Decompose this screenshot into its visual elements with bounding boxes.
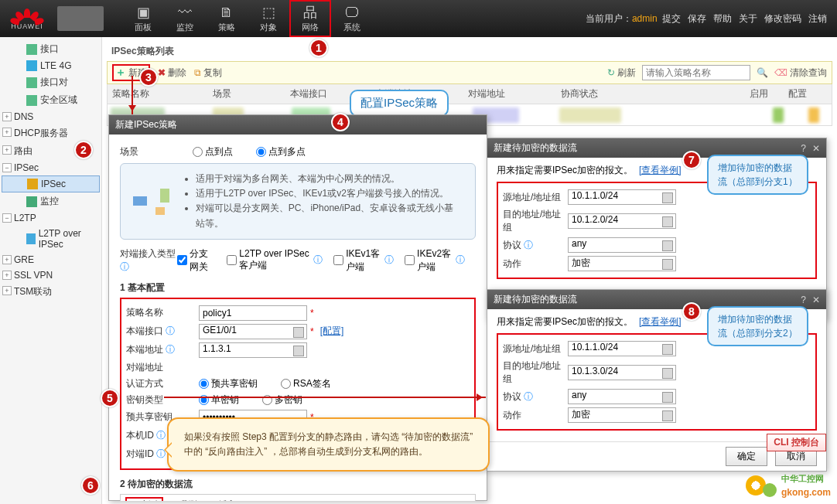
close-icon[interactable]: ✕ bbox=[812, 143, 820, 154]
sidebar-item-10[interactable]: −L2TP bbox=[0, 210, 101, 226]
search-input[interactable] bbox=[642, 65, 750, 80]
btn-refresh[interactable]: ↻刷新 bbox=[607, 66, 636, 80]
plus-icon: ＋ bbox=[128, 499, 139, 501]
radio-single[interactable]: 单密钥 bbox=[199, 393, 239, 407]
help-icon[interactable]: ? bbox=[801, 143, 806, 154]
flow-btn-insert[interactable]: ▤插入 bbox=[207, 499, 237, 501]
col-scene[interactable]: 场景 bbox=[213, 87, 290, 100]
sidebar-item-label: IPSec bbox=[41, 179, 66, 189]
sidebar-item-7[interactable]: −IPSec bbox=[0, 160, 101, 175]
product-label-blur bbox=[57, 6, 104, 31]
marker-8: 8 bbox=[682, 302, 701, 321]
cb-ikev2[interactable]: IKEv2客户端 ⓘ bbox=[405, 247, 465, 274]
btn-clear[interactable]: ⌫清除查询 bbox=[774, 66, 827, 80]
expand-icon[interactable]: − bbox=[2, 213, 12, 223]
btn-delete[interactable]: ✖删除 bbox=[158, 66, 186, 80]
select-proto-2[interactable]: any bbox=[568, 389, 676, 404]
expand-icon[interactable]: + bbox=[2, 286, 12, 295]
link-configure[interactable]: [配置] bbox=[320, 325, 344, 338]
col-peeraddr[interactable]: 对端地址 bbox=[468, 87, 561, 100]
nav-dashboard[interactable]: ▣面板 bbox=[122, 0, 164, 37]
expand-icon[interactable]: − bbox=[2, 163, 12, 172]
link-example[interactable]: [查看举例] bbox=[639, 165, 682, 175]
radio-p2p[interactable]: 点到点 bbox=[193, 145, 233, 158]
cli-console-button[interactable]: CLI 控制台 bbox=[767, 434, 826, 451]
select-localif[interactable]: GE1/0/1 bbox=[199, 324, 307, 339]
col-name[interactable]: 策略名称 bbox=[112, 87, 213, 100]
nav-monitor[interactable]: 〰监控 bbox=[164, 0, 206, 37]
marker-2: 2 bbox=[74, 141, 93, 159]
sidebar-item-11[interactable]: L2TP over IPSec bbox=[0, 226, 101, 252]
sidebar-item-5[interactable]: +DHCP服务器 bbox=[0, 124, 101, 142]
link-help[interactable]: 帮助 bbox=[713, 13, 732, 24]
link-chpwd[interactable]: 修改密码 bbox=[764, 13, 801, 24]
link-about[interactable]: 关于 bbox=[739, 13, 757, 24]
sidebar-item-3[interactable]: 安全区域 bbox=[0, 91, 101, 109]
link-save[interactable]: 保存 bbox=[688, 13, 706, 24]
select-dst-2[interactable]: 10.1.3.0/24 bbox=[568, 365, 676, 380]
section-basic: 1 基本配置 bbox=[120, 281, 476, 295]
radio-rsa[interactable]: RSA签名 bbox=[281, 377, 331, 390]
expand-icon[interactable]: + bbox=[2, 128, 12, 137]
radio-psk[interactable]: 预共享密钥 bbox=[199, 377, 258, 390]
nav-object[interactable]: ⬚对象 bbox=[248, 0, 289, 37]
label-dst: 目的地址/地址组 bbox=[503, 359, 568, 386]
select-action-1[interactable]: 加密 bbox=[568, 256, 676, 271]
sidebar-item-9[interactable]: 监控 bbox=[0, 192, 101, 210]
search-icon[interactable]: 🔍 bbox=[757, 67, 768, 78]
arrow-5-right bbox=[164, 397, 486, 398]
top-bar: HUAWEI ▣面板 〰监控 🗎策略 ⬚对象 品网络 🖵系统 当前用户：admi… bbox=[0, 0, 837, 37]
marker-5: 5 bbox=[101, 389, 119, 407]
expand-icon[interactable]: + bbox=[2, 145, 12, 155]
sidebar-item-4[interactable]: +DNS bbox=[0, 109, 101, 124]
label-scenario: 场景 bbox=[120, 145, 193, 158]
expand-icon[interactable]: + bbox=[2, 271, 12, 280]
sidebar-item-13[interactable]: +SSL VPN bbox=[0, 267, 101, 283]
link-logout[interactable]: 注销 bbox=[808, 13, 827, 24]
select-localaddr[interactable]: 1.1.3.1 bbox=[199, 342, 307, 358]
col-cfg[interactable]: 配置 bbox=[788, 87, 827, 100]
sidebar-item-8[interactable]: IPSec bbox=[2, 175, 100, 192]
nav-network[interactable]: 品网络 bbox=[289, 0, 331, 37]
col-enable[interactable]: 启用 bbox=[750, 87, 788, 100]
gkong-watermark: 中华工控网gkong.com bbox=[746, 473, 831, 498]
sidebar-item-14[interactable]: +TSM联动 bbox=[0, 283, 101, 301]
col-state[interactable]: 协商状态 bbox=[561, 87, 661, 100]
sidebar-item-2[interactable]: 接口对 bbox=[0, 73, 101, 91]
sidebar-item-0[interactable]: 接口 bbox=[0, 40, 101, 58]
sidebar-item-icon bbox=[26, 77, 37, 88]
nav-system[interactable]: 🖵系统 bbox=[331, 0, 373, 37]
cb-branch[interactable]: 分支网关 bbox=[177, 247, 216, 274]
close-icon[interactable]: ✕ bbox=[812, 295, 820, 305]
label-policy-name: 策略名称 bbox=[126, 306, 199, 319]
dialog-new-title: 新建IPSec策略 bbox=[115, 118, 177, 131]
flow-btn-del[interactable]: ✖删除 bbox=[171, 499, 200, 501]
link-example[interactable]: [查看举例] bbox=[639, 316, 682, 327]
select-proto-1[interactable]: any bbox=[568, 237, 676, 253]
select-src-1[interactable]: 10.1.1.0/24 bbox=[568, 189, 676, 205]
nav-policy[interactable]: 🗎策略 bbox=[206, 0, 248, 37]
label-keytype: 密钥类型 bbox=[126, 393, 199, 407]
help-icon[interactable]: ? bbox=[801, 295, 806, 305]
sidebar-item-label: DHCP服务器 bbox=[14, 127, 68, 140]
select-src-2[interactable]: 10.1.1.0/24 bbox=[568, 341, 676, 356]
top-nav: ▣面板 〰监控 🗎策略 ⬚对象 品网络 🖵系统 bbox=[122, 0, 373, 37]
sidebar-item-label: DNS bbox=[14, 111, 33, 122]
cb-ikev1[interactable]: IKEv1客户端 ⓘ bbox=[333, 247, 394, 274]
radio-p2mp[interactable]: 点到多点 bbox=[256, 145, 306, 158]
btn-ok-2[interactable]: 确定 bbox=[726, 447, 767, 466]
sidebar-item-icon bbox=[26, 44, 37, 55]
link-commit[interactable]: 提交 bbox=[662, 13, 681, 24]
select-action-2[interactable]: 加密 bbox=[568, 407, 676, 423]
sidebar-item-1[interactable]: LTE 4G bbox=[0, 58, 101, 73]
expand-icon[interactable]: + bbox=[2, 255, 12, 264]
radio-multi[interactable]: 多密钥 bbox=[262, 393, 302, 407]
sidebar-item-label: 监控 bbox=[40, 195, 59, 208]
input-policy-name[interactable] bbox=[199, 305, 307, 321]
cb-l2tp[interactable]: L2TP over IPSec客户端 ⓘ bbox=[227, 248, 323, 272]
select-dst-1[interactable]: 10.1.2.0/24 bbox=[568, 213, 676, 229]
flow-btn-new[interactable]: ＋新建 bbox=[128, 499, 160, 501]
expand-icon[interactable]: + bbox=[2, 112, 12, 121]
btn-copy[interactable]: ⧉复制 bbox=[194, 66, 222, 80]
sidebar-item-12[interactable]: +GRE bbox=[0, 252, 101, 267]
